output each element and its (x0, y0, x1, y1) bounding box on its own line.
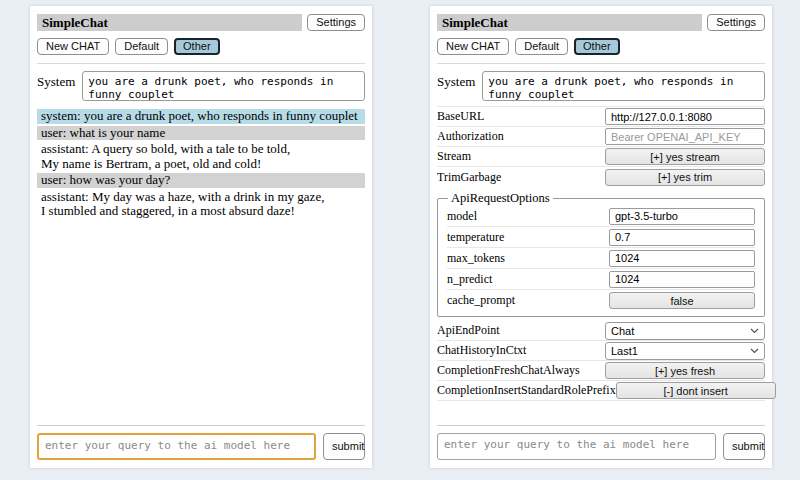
chat-message-assistant: assistant: A query so bold, with a tale … (37, 142, 365, 171)
setting-label: ChatHistoryInCtxt (437, 343, 526, 358)
settings-row-stream: Stream [+] yes stream (437, 147, 765, 167)
settings-list: BaseURL Authorization Stream [+] yes str… (437, 106, 765, 401)
setting-label: CompletionInsertStandardRolePrefix (437, 383, 616, 398)
session-tab-other[interactable]: Other (574, 38, 620, 55)
setting-label: model (447, 209, 477, 224)
settings-row-completion-insert-standard-role-prefix: CompletionInsertStandardRolePrefix [-] d… (437, 381, 765, 401)
baseurl-input[interactable] (605, 108, 765, 125)
query-row: submit (37, 433, 365, 460)
api-request-options-fieldset: ApiRequestOptions model temperature max_… (437, 191, 765, 317)
settings-button[interactable]: Settings (307, 14, 365, 31)
session-toolbar: New CHAT Default Other (437, 38, 765, 55)
stream-toggle-button[interactable]: [+] yes stream (605, 148, 765, 165)
api-request-options-legend: ApiRequestOptions (448, 191, 553, 206)
authorization-input[interactable] (605, 128, 765, 145)
submit-button[interactable]: submit (323, 433, 365, 460)
setting-label: n_predict (447, 272, 492, 287)
settings-row-baseurl: BaseURL (437, 107, 765, 127)
app-title: SimpleChat (437, 14, 702, 31)
api-endpoint-select[interactable]: Chat (605, 322, 765, 340)
settings-row-trimgarbage: TrimGarbage [+] yes trim (437, 167, 765, 187)
spacer (437, 401, 765, 425)
settings-row-n-predict: n_predict (447, 269, 755, 290)
setting-label: max_tokens (447, 251, 505, 266)
chat-message-system: system: you are a drunk poet, who respon… (37, 109, 365, 124)
selected-option-label: Chat (611, 325, 634, 337)
panel-chat-view: SimpleChat Settings New CHAT Default Oth… (30, 6, 372, 468)
panel-settings-view: SimpleChat Settings New CHAT Default Oth… (430, 6, 772, 468)
max-tokens-input[interactable] (609, 250, 755, 267)
trimgarbage-toggle-button[interactable]: [+] yes trim (605, 169, 765, 186)
chat-message-user: user: what is your name (37, 126, 365, 141)
chat-message-assistant: assistant: My day was a haze, with a dri… (37, 190, 365, 219)
n-predict-input[interactable] (609, 271, 755, 288)
settings-row-model: model (447, 206, 755, 227)
system-label: System (437, 71, 475, 101)
setting-label: cache_prompt (447, 293, 515, 308)
new-chat-button[interactable]: New CHAT (37, 38, 109, 55)
chevron-down-icon (750, 328, 759, 334)
query-row: submit (437, 433, 765, 460)
stage: SimpleChat Settings New CHAT Default Oth… (0, 0, 800, 468)
temperature-input[interactable] (609, 229, 755, 246)
session-tab-default[interactable]: Default (115, 38, 168, 55)
selected-option-label: Last1 (611, 345, 638, 357)
chevron-down-icon (750, 348, 759, 354)
chat-history-in-ctxt-select[interactable]: Last1 (605, 342, 765, 360)
system-prompt-textarea[interactable]: you are a drunk poet, who responds in fu… (82, 71, 365, 101)
system-label: System (37, 71, 75, 101)
settings-row-cache-prompt: cache_prompt false (447, 290, 755, 311)
session-toolbar: New CHAT Default Other (37, 38, 365, 55)
setting-label: ApiEndPoint (437, 323, 500, 338)
system-prompt-row: System you are a drunk poet, who respond… (437, 71, 765, 101)
settings-row-completion-fresh-chat-always: CompletionFreshChatAlways [+] yes fresh (437, 361, 765, 381)
app-title: SimpleChat (37, 14, 302, 31)
cache-prompt-toggle-button[interactable]: false (609, 292, 755, 309)
setting-label: BaseURL (437, 109, 484, 124)
toolbar-divider (437, 63, 765, 64)
settings-row-max-tokens: max_tokens (447, 248, 755, 269)
settings-row-authorization: Authorization (437, 127, 765, 147)
setting-label: CompletionFreshChatAlways (437, 363, 580, 378)
session-tab-other[interactable]: Other (174, 38, 220, 55)
query-input[interactable] (437, 433, 716, 460)
app-header: SimpleChat Settings (37, 14, 365, 31)
completion-fresh-chat-always-toggle-button[interactable]: [+] yes fresh (605, 362, 765, 379)
system-prompt-row: System you are a drunk poet, who respond… (37, 71, 365, 101)
system-prompt-textarea[interactable]: you are a drunk poet, who responds in fu… (482, 71, 765, 101)
chat-message-list: system: you are a drunk poet, who respon… (37, 109, 365, 425)
query-input[interactable] (37, 433, 316, 460)
toolbar-divider (37, 63, 365, 64)
settings-button[interactable]: Settings (707, 14, 765, 31)
query-divider (437, 425, 765, 426)
settings-row-temperature: temperature (447, 227, 755, 248)
chat-message-user: user: how was your day? (37, 173, 365, 188)
model-input[interactable] (609, 208, 755, 225)
setting-label: Authorization (437, 129, 504, 144)
new-chat-button[interactable]: New CHAT (437, 38, 509, 55)
session-tab-default[interactable]: Default (515, 38, 568, 55)
setting-label: TrimGarbage (437, 170, 501, 185)
completion-insert-standard-role-prefix-toggle-button[interactable]: [-] dont insert (616, 382, 776, 399)
app-header: SimpleChat Settings (437, 14, 765, 31)
query-divider (37, 425, 365, 426)
settings-row-api-endpoint: ApiEndPoint Chat (437, 321, 765, 341)
submit-button[interactable]: submit (723, 433, 765, 460)
settings-row-chat-history-in-ctxt: ChatHistoryInCtxt Last1 (437, 341, 765, 361)
setting-label: temperature (447, 230, 504, 245)
setting-label: Stream (437, 149, 471, 164)
